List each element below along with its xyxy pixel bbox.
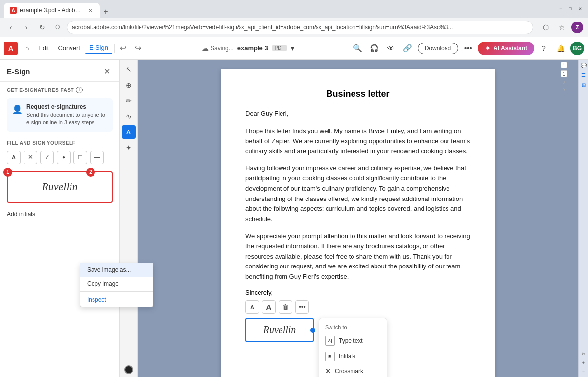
forward-btn[interactable]: ›	[20, 21, 33, 34]
copy-image-item[interactable]: Copy image	[80, 277, 153, 290]
right-sidebar-chat-btn[interactable]: 💬	[580, 62, 587, 68]
help-btn[interactable]: ?	[537, 42, 551, 55]
new-tab-btn[interactable]: +	[100, 6, 112, 18]
get-esig-label: GET E-SIGNATURES FAST i	[7, 87, 113, 93]
doc-signature-text: Ruvellin	[263, 324, 296, 335]
toolbar-right: 🔍 🎧 👁 🔗 Download ••• ✦ AI Assistant ? 🔔 …	[351, 42, 584, 55]
crossmark-icon: ✕	[325, 367, 331, 375]
crossmark-item[interactable]: ✕ Crossmark	[319, 364, 387, 377]
refresh-btn[interactable]: ↻	[35, 21, 49, 34]
doc-dropdown-btn[interactable]: ▾	[291, 44, 294, 52]
paragraph-3: We appreciate your prompt attention to t…	[245, 231, 470, 282]
crossmark-label: Crossmark	[335, 368, 363, 375]
switch-to-popup: Switch to A| Type text ▣ Initials ✕	[319, 318, 387, 377]
scroll-up-btn[interactable]: ∧	[563, 79, 566, 85]
link-btn[interactable]: 🔗	[401, 42, 415, 55]
line-btn[interactable]: —	[90, 151, 104, 164]
type-text-item[interactable]: A| Type text	[319, 333, 387, 349]
profile-area[interactable]: Z	[570, 21, 584, 34]
pencil-tool-btn[interactable]: ✏	[122, 94, 136, 108]
delete-sig-btn[interactable]: 🗑	[279, 300, 292, 314]
ai-icon: ✦	[485, 44, 491, 52]
card-description: Send this document to anyone to e-sign o…	[26, 111, 108, 127]
card-text: Request e-signatures Send this document …	[26, 103, 108, 127]
text-tool-btn[interactable]: A	[7, 151, 21, 164]
accessibility-btn[interactable]: 👁	[384, 42, 398, 55]
convert-menu-item[interactable]: Convert	[54, 43, 84, 54]
right-sidebar-grid-btn[interactable]: ⊞	[580, 81, 587, 88]
address-text: acrobat.adobe.com/link/file/?viewer%21me…	[72, 24, 528, 31]
curve-tool-btn[interactable]: ∿	[122, 110, 136, 123]
window-controls: − □ ✕	[557, 5, 584, 13]
color-circle	[124, 365, 133, 374]
home-menu-btn[interactable]: ⌂	[21, 42, 34, 55]
fill-sign-label: FILL AND SIGN YOURSELF	[0, 136, 119, 148]
add-initials-btn[interactable]: Add initials	[0, 207, 119, 222]
tab-bar: A example 3.pdf - Adobe cloud s... ✕ +	[4, 0, 112, 18]
inspect-item[interactable]: Inspect	[80, 293, 153, 307]
doc-type-badge: PDF	[272, 45, 287, 51]
adobe-logo: A	[4, 42, 18, 55]
info-icon[interactable]: i	[76, 87, 83, 93]
panel-close-btn[interactable]: ✕	[101, 66, 113, 77]
close-btn[interactable]: ✕	[576, 5, 584, 13]
download-btn[interactable]: Download	[418, 43, 458, 54]
user-avatar[interactable]: BG	[570, 42, 584, 55]
toolbar-menu: Edit Convert E-Sign	[34, 42, 112, 54]
sidebar-minus-btn[interactable]: −	[580, 368, 587, 375]
search-btn[interactable]: 🔍	[351, 42, 365, 55]
maximize-btn[interactable]: □	[566, 5, 574, 13]
check-mark-btn[interactable]: ✓	[40, 151, 54, 164]
text-tool-active-btn[interactable]: A	[122, 125, 136, 139]
zoom-tool-btn[interactable]: ⊕	[122, 78, 136, 92]
more-options-btn[interactable]: •••	[461, 42, 475, 55]
sig-with-popup: Ruvellin Switch to A| Type text ▣	[245, 318, 470, 377]
more-sig-options-btn[interactable]: •••	[295, 300, 309, 314]
notification-btn[interactable]: 🔔	[554, 42, 567, 55]
initials-icon: ▣	[325, 352, 335, 361]
tab-favicon: A	[10, 7, 17, 14]
main-layout: E-Sign ✕ GET E-SIGNATURES FAST i 👤 Reque…	[0, 60, 588, 377]
undo-btn[interactable]: ↩	[117, 42, 130, 55]
get-esig-section: GET E-SIGNATURES FAST i 👤 Request e-sign…	[0, 82, 119, 136]
drawing-toolbar: ↖ ⊕ ✏ ∿ A ✦	[120, 60, 138, 377]
minimize-btn[interactable]: −	[557, 5, 564, 13]
save-image-as-item[interactable]: Save image as...	[80, 263, 153, 277]
tab-close-btn[interactable]: ✕	[86, 6, 94, 14]
select-tool-btn[interactable]: ↖	[122, 63, 136, 76]
headphones-btn[interactable]: 🎧	[368, 42, 381, 55]
esign-panel: E-Sign ✕ GET E-SIGNATURES FAST i 👤 Reque…	[0, 60, 120, 377]
sidebar-refresh-btn[interactable]: ↻	[580, 351, 587, 357]
x-mark-btn[interactable]: ✕	[24, 151, 37, 164]
doc-signature-area: Sincerely, A A 🗑 ••• Ruvellin Switc	[245, 289, 470, 377]
dot-btn[interactable]: ●	[57, 151, 71, 164]
page-num-1: 1	[561, 62, 567, 68]
address-bar[interactable]: acrobat.adobe.com/link/file/?viewer%21me…	[67, 21, 533, 34]
ai-assistant-btn[interactable]: ✦ AI Assistant	[478, 42, 534, 55]
home-btn[interactable]: ⬡	[51, 21, 65, 34]
scroll-down-btn[interactable]: ∨	[563, 87, 566, 92]
edit-menu-item[interactable]: Edit	[34, 43, 53, 54]
extensions-btn[interactable]: ⬡	[539, 21, 553, 34]
color-selector[interactable]	[124, 365, 133, 374]
type-text-label: Type text	[339, 337, 363, 344]
right-sidebar-list-btn[interactable]: ☰	[580, 71, 587, 78]
toolbar-divider	[114, 44, 115, 53]
box-btn[interactable]: □	[73, 151, 87, 164]
request-esig-card[interactable]: 👤 Request e-signatures Send this documen…	[7, 98, 113, 132]
bookmark-btn[interactable]: ☆	[555, 21, 568, 34]
back-btn[interactable]: ‹	[4, 21, 18, 34]
increase-font-btn[interactable]: A	[262, 300, 276, 314]
sidebar-plus-btn[interactable]: +	[580, 359, 587, 366]
pdf-page: Business letter Dear Guy Fieri, I hope t…	[221, 69, 495, 377]
signature-box[interactable]: Ruvellin	[245, 318, 314, 342]
initials-item[interactable]: ▣ Initials	[319, 349, 387, 364]
active-tab[interactable]: A example 3.pdf - Adobe cloud s... ✕	[4, 3, 100, 18]
esign-menu-item[interactable]: E-Sign	[85, 42, 112, 54]
panel-title: E-Sign	[7, 67, 101, 76]
redo-btn[interactable]: ↪	[131, 42, 145, 55]
decrease-font-btn[interactable]: A	[245, 300, 259, 314]
sparkle-tool-btn[interactable]: ✦	[122, 141, 136, 155]
saving-label: Saving...	[211, 45, 234, 52]
signature-field[interactable]: 1 2 Ruvellin	[7, 171, 113, 203]
